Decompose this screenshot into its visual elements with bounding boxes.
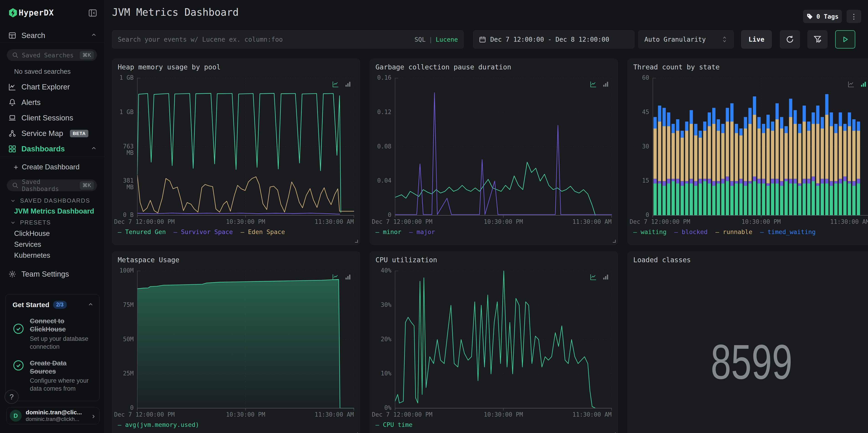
x-axis-tick-label: Dec 7 12:00:00 PM <box>372 411 432 418</box>
y-axis-tick-label: 0.16 <box>370 74 392 81</box>
run-query-button[interactable] <box>835 30 855 49</box>
granularity-select[interactable]: Auto Granularity <box>638 30 734 49</box>
sidebar-item-team-settings[interactable]: Team Settings <box>0 268 105 280</box>
panel-metaspace: Metaspace Usage 100M75M50M25M0Dec 7 12:0… <box>112 252 360 433</box>
chevron-up-icon[interactable] <box>91 145 97 153</box>
legend-item[interactable]: — Survivor Space <box>174 228 233 236</box>
heap-memory-chart[interactable]: 1 GB1 GB763 MB381 MB0 BDec 7 12:00:00 PM… <box>112 59 360 245</box>
sidebar-item-service-map[interactable]: Service Map BETA <box>0 127 105 140</box>
chart-canvas[interactable] <box>628 59 868 245</box>
refresh-button[interactable] <box>780 30 800 49</box>
event-search-input[interactable]: Search your events w/ Lucene ex. column:… <box>112 30 464 49</box>
panel-resize-handle[interactable] <box>613 240 616 243</box>
y-axis-tick-label: 25M <box>112 370 134 377</box>
legend-item[interactable]: — Eden Space <box>241 228 285 236</box>
sidebar-item-clickhouse[interactable]: ClickHouse <box>14 229 50 238</box>
panel-title: Garbage collection pause duration <box>375 63 511 71</box>
saved-dashboards-section-header[interactable]: SAVED DASHBOARDS <box>10 197 90 204</box>
panel-title: Loaded classes <box>633 256 691 264</box>
bar-chart-toggle-icon[interactable] <box>602 273 609 281</box>
section-header-label: PRESETS <box>20 219 51 226</box>
legend-item[interactable]: — Tenured Gen <box>118 228 166 236</box>
legend-item[interactable]: — blocked <box>674 228 708 236</box>
sidebar-item-jvm-metrics-dashboard[interactable]: JVM Metrics Dashboard <box>14 207 94 215</box>
legend-item[interactable]: — CPU time <box>375 421 412 428</box>
dashboard-grid: Heap memory usage by pool 1 GB1 GB763 MB… <box>112 59 868 433</box>
date-range-picker[interactable]: Dec 7 12:00:00 - Dec 8 12:00:00 <box>473 30 634 49</box>
hyperdx-logo-icon <box>8 8 18 19</box>
y-axis-tick-label: 0% <box>370 405 392 411</box>
help-button[interactable]: ? <box>5 390 19 404</box>
metaspace-chart[interactable]: 100M75M50M25M0Dec 7 12:00:00 PM10:30:00 … <box>112 252 360 433</box>
x-axis-tick-label: 10:30:00 PM <box>467 411 540 418</box>
thread-count-chart[interactable]: 604530150Dec 7 12:00:00 PM10:30:00 PM11:… <box>628 59 868 245</box>
section-header-label: SAVED DASHBOARDS <box>20 197 90 204</box>
saved-searches-placeholder: Saved Searches <box>22 52 76 59</box>
search-icon <box>12 52 19 59</box>
sidebar-item-alerts[interactable]: Alerts <box>0 96 105 109</box>
chart-canvas[interactable] <box>370 59 618 245</box>
get-started-item-add-data[interactable]: Add Data Start sending logs, metrics, or… <box>12 400 94 401</box>
tags-button[interactable]: 0 Tags <box>803 10 842 23</box>
bar-chart-toggle-icon[interactable] <box>602 81 609 88</box>
create-dashboard-button[interactable]: + Create Dashboard <box>0 161 105 174</box>
legend-item[interactable]: — minor <box>375 228 401 236</box>
chart-canvas[interactable] <box>112 252 360 433</box>
legend-item[interactable]: — avg(jvm.memory.used) <box>118 421 199 428</box>
line-chart-toggle-icon[interactable] <box>332 81 339 88</box>
play-icon <box>841 35 849 44</box>
more-options-button[interactable]: ⋮ <box>846 10 861 23</box>
sidebar-item-client-sessions[interactable]: Client Sessions <box>0 112 105 124</box>
legend-item[interactable]: — runnable <box>715 228 752 236</box>
bar-chart-toggle-icon[interactable] <box>344 81 351 88</box>
sidebar-collapse-icon[interactable] <box>88 8 98 18</box>
panel-gc-pause: Garbage collection pause duration 0.160.… <box>370 59 618 245</box>
get-started-item-connect[interactable]: Connect to ClickHouse Set up your databa… <box>12 317 94 351</box>
chart-canvas[interactable] <box>112 59 360 245</box>
legend-item[interactable]: — waiting <box>633 228 666 236</box>
get-started-item-sources[interactable]: Create Data Sources Configure where your… <box>12 359 94 393</box>
y-axis-tick-label: 381 MB <box>112 177 134 190</box>
sidebar-item-dashboards[interactable]: Dashboards <box>0 143 105 155</box>
chart-canvas[interactable] <box>370 252 618 433</box>
legend-item[interactable]: — timed_waiting <box>760 228 816 236</box>
filter-button[interactable] <box>807 30 828 49</box>
bar-chart-toggle-icon[interactable] <box>344 273 351 281</box>
panel-resize-handle[interactable] <box>355 240 358 243</box>
line-chart-toggle-icon[interactable] <box>590 81 597 88</box>
user-account-card[interactable]: D dominic.tran@clic... dominic.tran@clic… <box>6 407 99 424</box>
chevron-up-icon[interactable] <box>87 301 94 308</box>
sidebar-item-services[interactable]: Services <box>14 240 41 249</box>
sidebar-item-label: Chart Explorer <box>22 83 70 91</box>
check-circle-icon <box>12 317 25 351</box>
sidebar-item-search[interactable]: Search <box>0 29 105 42</box>
saved-dashboards-input[interactable]: Saved Dashboards ⌘K <box>7 179 97 191</box>
y-axis-tick-label: 40% <box>370 267 392 274</box>
bar-chart-toggle-icon[interactable] <box>860 81 867 88</box>
get-started-item-title: Create Data Sources <box>30 359 89 376</box>
legend-item[interactable]: — major <box>409 228 435 236</box>
saved-searches-input[interactable]: Saved Searches ⌘K <box>7 49 97 61</box>
sidebar-item-kubernetes[interactable]: Kubernetes <box>14 251 50 259</box>
x-axis-tick-label: Dec 7 12:00:00 PM <box>629 218 690 225</box>
cpu-utilization-chart[interactable]: 40%30%20%10%0%Dec 7 12:00:00 PM10:30:00 … <box>370 252 618 433</box>
panel-title: Heap memory usage by pool <box>118 63 221 71</box>
sql-language-toggle[interactable]: SQL <box>414 36 426 43</box>
get-started-item-title: Connect to ClickHouse <box>30 317 89 334</box>
lucene-language-toggle[interactable]: Lucene <box>436 36 458 43</box>
x-axis-tick-label: 11:30:00 AM <box>536 218 612 225</box>
sidebar-item-chart-explorer[interactable]: Chart Explorer <box>0 81 105 93</box>
app-window: HyperDX Search Saved Searches ⌘K No save… <box>0 0 868 433</box>
sidebar-item-label: Team Settings <box>22 270 69 278</box>
line-chart-toggle-icon[interactable] <box>847 81 855 88</box>
chevron-up-icon[interactable] <box>91 31 97 40</box>
line-chart-toggle-icon[interactable] <box>332 273 339 281</box>
gc-pause-chart[interactable]: 0.160.120.080.040Dec 7 12:00:00 PM10:30:… <box>370 59 618 245</box>
get-started-title: Get Started <box>12 301 50 309</box>
presets-section-header[interactable]: PRESETS <box>10 219 51 226</box>
live-button[interactable]: Live <box>741 30 772 49</box>
chart-legend: — waiting— blocked— runnable— timed_wait… <box>633 228 816 236</box>
help-question-mark: ? <box>9 393 14 401</box>
line-chart-toggle-icon[interactable] <box>590 273 597 281</box>
x-axis-tick-label: Dec 7 12:00:00 PM <box>114 411 175 418</box>
